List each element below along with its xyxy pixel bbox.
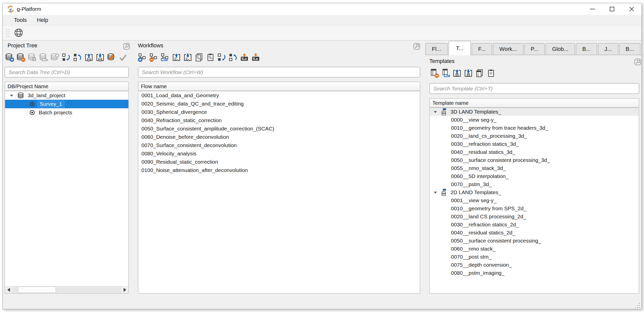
flow-row[interactable]: 0070_Surface_consistent_deconvolution <box>138 141 420 149</box>
flow-row[interactable]: 0060_Denoise_before_deconvolution <box>138 133 420 141</box>
flow-row[interactable]: 0080_Velocity_analysis <box>138 149 420 158</box>
workflows-float-icon[interactable] <box>413 43 421 50</box>
expander-down-icon[interactable] <box>10 93 14 97</box>
main-content: Project Tree DB/Project Name 3d_land_pro… <box>3 41 641 309</box>
template-item-row[interactable]: 0001__view seg-y_ <box>430 196 639 204</box>
remove-template-icon[interactable] <box>429 68 439 78</box>
template-item-row[interactable]: 0070__post stm_ <box>430 253 639 261</box>
template-item-row[interactable]: 0060__nmo stack_ <box>430 245 639 253</box>
scroll-right-icon[interactable] <box>121 286 128 293</box>
radio-icon <box>29 101 35 107</box>
template-item-row[interactable]: 0040__residual statics_3d_ <box>430 148 639 156</box>
template-group-row[interactable]: 2D LAND Templates_ <box>430 188 639 196</box>
tab-glob[interactable]: Glob... <box>546 43 575 55</box>
template-item-row[interactable]: 0030__refraction statics_3d_ <box>430 140 639 148</box>
tab-work[interactable]: Work... <box>493 43 523 55</box>
project-tree-float-icon[interactable] <box>123 43 130 50</box>
template-item-row[interactable]: 0055__nmo_stack_3d_ <box>430 164 639 172</box>
template-item-row[interactable]: 0080__pstm_imaging_ <box>430 269 639 277</box>
template-group-icon <box>441 108 447 116</box>
tab-b[interactable]: B... <box>576 43 597 55</box>
export-database-icon[interactable] <box>84 52 94 62</box>
remove-workflow-icon[interactable] <box>149 52 159 62</box>
menu-help[interactable]: Help <box>32 15 53 25</box>
template-item-row[interactable]: 0050__surface consistent processing_ <box>430 237 639 245</box>
export-workflow-icon[interactable] <box>171 52 181 62</box>
toolbar-drag-handle[interactable] <box>5 28 9 38</box>
tree-row-project[interactable]: 3d_land_project <box>5 91 128 100</box>
flow-row[interactable]: 0001_Load_data_and_Geometry <box>138 91 420 99</box>
undo-icon[interactable] <box>217 52 227 62</box>
template-item-row[interactable]: 0010__geometry from SPS_2d_ <box>430 204 639 213</box>
scrollbar-track[interactable] <box>12 286 121 293</box>
tab-p[interactable]: P... <box>524 43 545 55</box>
close-database-icon[interactable] <box>50 52 60 62</box>
tab-b[interactable]: B... <box>619 43 640 55</box>
template-item-row[interactable]: 0010__geometry from trace headers_3d_ <box>430 124 639 132</box>
globe-icon[interactable] <box>13 27 24 39</box>
templates-toolbar <box>429 68 496 78</box>
redo-icon[interactable] <box>228 52 238 62</box>
flow-row[interactable]: 0030_Spherical_divergence <box>138 108 420 116</box>
tab-fl[interactable]: Fl... <box>425 43 448 55</box>
database-properties-icon[interactable] <box>27 52 37 62</box>
template-item-row[interactable]: 0030__refraction statics_2d_ <box>430 221 639 229</box>
window-resize-grip[interactable] <box>634 302 640 308</box>
open-database-icon[interactable] <box>39 52 49 62</box>
flow-row[interactable]: 0040_Refraction_static_correction <box>138 116 420 124</box>
export-template-icon[interactable] <box>452 68 462 78</box>
scrollbar-thumb[interactable] <box>18 287 56 293</box>
import-database-icon[interactable] <box>95 52 105 62</box>
tab-t[interactable]: T... <box>448 41 471 55</box>
copy-workflow-icon[interactable] <box>194 52 204 62</box>
repair-database-icon[interactable] <box>106 52 117 62</box>
export-workflow-archive-icon[interactable] <box>239 52 249 62</box>
tree-row-survey[interactable]: Survey_1 <box>5 100 128 108</box>
template-item-row[interactable]: 0020__land CS processing_2d_ <box>430 213 639 221</box>
expander-down-icon[interactable] <box>433 110 437 114</box>
import-workflow-archive-icon[interactable] <box>251 52 261 62</box>
tree-row-batch-projects[interactable]: Batch projects <box>5 108 128 117</box>
add-database-icon[interactable] <box>5 52 15 62</box>
template-tree: 3D LAND Templates_0000__view seg-y_0010_… <box>430 108 639 277</box>
open-template-icon[interactable] <box>441 68 451 78</box>
flow-row[interactable]: 0090_Residual_static_correction <box>138 158 420 166</box>
scroll-left-icon[interactable] <box>5 286 12 293</box>
template-item-row[interactable]: 0020__land_cs_processing_3d_ <box>430 132 639 140</box>
validate-database-icon[interactable] <box>118 52 128 62</box>
horizontal-scrollbar[interactable] <box>5 286 128 293</box>
template-item-row[interactable]: 0050__surface consistent processing_3d_ <box>430 156 639 164</box>
paste-workflow-icon[interactable] <box>205 52 215 62</box>
template-item-row[interactable]: 0060__5D interpolation_ <box>430 172 639 180</box>
flow-row[interactable]: 0100_Noise_attenuation_after_deconvoluti… <box>138 166 420 174</box>
paste-template-icon[interactable] <box>486 68 496 78</box>
add-workflow-icon[interactable] <box>137 52 147 62</box>
template-search-input[interactable] <box>429 83 639 94</box>
redo-icon[interactable] <box>72 52 83 62</box>
project-tree-search-input[interactable] <box>5 67 129 78</box>
undo-icon[interactable] <box>61 52 71 62</box>
template-item-row[interactable]: 0040__residual statics_2d_ <box>430 229 639 237</box>
template-item-row[interactable]: 0075__depth conversion_ <box>430 261 639 269</box>
minimize-icon[interactable] <box>583 3 602 15</box>
workflow-search-input[interactable] <box>138 67 420 78</box>
tab-j[interactable]: J... <box>598 43 618 55</box>
template-group-label: 2D LAND Templates_ <box>450 189 501 195</box>
import-template-icon[interactable] <box>463 68 473 78</box>
close-icon[interactable] <box>622 3 641 15</box>
template-item-row[interactable]: 0000__view seg-y_ <box>430 116 639 124</box>
template-group-row[interactable]: 3D LAND Templates_ <box>430 108 639 116</box>
flow-row[interactable]: 0050_Surface_consistent_amplitude_correc… <box>138 124 420 133</box>
maximize-icon[interactable] <box>602 3 622 15</box>
expander-down-icon[interactable] <box>433 190 437 194</box>
template-item-row[interactable]: 0070__pstm_3d_ <box>430 180 639 188</box>
project-tree-column-header: DB/Project Name <box>5 82 128 91</box>
import-workflow-icon[interactable] <box>183 52 193 62</box>
templates-float-icon[interactable] <box>634 58 641 66</box>
flow-row[interactable]: 0020_Seismic_data_QC_and_trace_editing <box>138 99 420 108</box>
copy-template-icon[interactable] <box>475 68 485 78</box>
open-workflow-icon[interactable] <box>160 52 170 62</box>
menu-tools[interactable]: Tools <box>9 15 32 25</box>
remove-database-icon[interactable] <box>16 52 26 62</box>
tab-f[interactable]: F... <box>472 43 492 55</box>
